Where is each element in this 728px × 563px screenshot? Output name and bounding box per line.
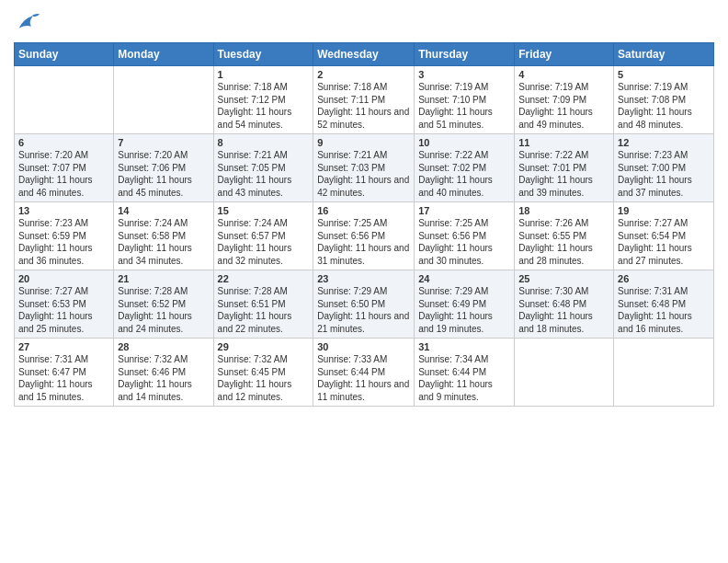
day-number: 6 (18, 137, 109, 148)
day-number: 25 (518, 273, 609, 284)
day-cell: 15Sunrise: 7:24 AM Sunset: 6:57 PM Dayli… (213, 202, 313, 270)
day-cell: 22Sunrise: 7:28 AM Sunset: 6:51 PM Dayli… (213, 270, 313, 339)
day-info: Sunrise: 7:30 AM Sunset: 6:48 PM Dayligh… (518, 285, 609, 335)
col-header-thursday: Thursday (415, 43, 515, 66)
header-row: SundayMondayTuesdayWednesdayThursdayFrid… (15, 43, 714, 66)
week-row-5: 27Sunrise: 7:31 AM Sunset: 6:47 PM Dayli… (15, 339, 714, 407)
day-info: Sunrise: 7:20 AM Sunset: 7:07 PM Dayligh… (18, 149, 109, 199)
day-cell: 17Sunrise: 7:25 AM Sunset: 6:56 PM Dayli… (415, 202, 515, 270)
day-cell: 13Sunrise: 7:23 AM Sunset: 6:59 PM Dayli… (15, 202, 114, 270)
day-number: 19 (618, 205, 710, 216)
day-cell: 19Sunrise: 7:27 AM Sunset: 6:54 PM Dayli… (614, 202, 714, 270)
day-cell: 10Sunrise: 7:22 AM Sunset: 7:02 PM Dayli… (415, 134, 515, 202)
day-number: 28 (118, 341, 209, 352)
day-number: 30 (317, 341, 410, 352)
week-row-4: 20Sunrise: 7:27 AM Sunset: 6:53 PM Dayli… (15, 270, 714, 339)
day-cell: 5Sunrise: 7:19 AM Sunset: 7:08 PM Daylig… (614, 66, 714, 134)
day-cell: 8Sunrise: 7:21 AM Sunset: 7:05 PM Daylig… (213, 134, 313, 202)
page: SundayMondayTuesdayWednesdayThursdayFrid… (0, 0, 728, 563)
day-cell (114, 66, 213, 134)
day-cell: 6Sunrise: 7:20 AM Sunset: 7:07 PM Daylig… (15, 134, 114, 202)
day-number: 15 (218, 205, 310, 216)
day-info: Sunrise: 7:34 AM Sunset: 6:44 PM Dayligh… (418, 353, 510, 403)
day-number: 20 (18, 273, 109, 284)
day-number: 14 (118, 205, 209, 216)
day-info: Sunrise: 7:32 AM Sunset: 6:45 PM Dayligh… (218, 353, 310, 403)
day-number: 27 (18, 341, 109, 352)
day-number: 31 (418, 341, 510, 352)
day-number: 26 (618, 273, 710, 284)
day-number: 21 (118, 273, 209, 284)
day-number: 12 (618, 137, 710, 148)
week-row-3: 13Sunrise: 7:23 AM Sunset: 6:59 PM Dayli… (15, 202, 714, 270)
day-cell: 3Sunrise: 7:19 AM Sunset: 7:10 PM Daylig… (415, 66, 515, 134)
day-cell: 26Sunrise: 7:31 AM Sunset: 6:48 PM Dayli… (614, 270, 714, 339)
day-info: Sunrise: 7:28 AM Sunset: 6:52 PM Dayligh… (118, 285, 209, 335)
col-header-wednesday: Wednesday (313, 43, 415, 66)
day-number: 16 (317, 205, 410, 216)
day-info: Sunrise: 7:19 AM Sunset: 7:10 PM Dayligh… (418, 81, 510, 131)
day-number: 2 (317, 69, 410, 80)
day-cell: 16Sunrise: 7:25 AM Sunset: 6:56 PM Dayli… (313, 202, 415, 270)
day-info: Sunrise: 7:22 AM Sunset: 7:02 PM Dayligh… (418, 149, 510, 199)
day-number: 17 (418, 205, 510, 216)
day-cell: 14Sunrise: 7:24 AM Sunset: 6:58 PM Dayli… (114, 202, 213, 270)
day-info: Sunrise: 7:19 AM Sunset: 7:09 PM Dayligh… (518, 81, 609, 131)
day-number: 18 (518, 205, 609, 216)
day-info: Sunrise: 7:18 AM Sunset: 7:11 PM Dayligh… (317, 81, 410, 131)
day-number: 23 (317, 273, 410, 284)
day-info: Sunrise: 7:24 AM Sunset: 6:58 PM Dayligh… (118, 217, 209, 267)
logo (14, 9, 41, 35)
day-cell: 21Sunrise: 7:28 AM Sunset: 6:52 PM Dayli… (114, 270, 213, 339)
day-info: Sunrise: 7:32 AM Sunset: 6:46 PM Dayligh… (118, 353, 209, 403)
day-cell: 2Sunrise: 7:18 AM Sunset: 7:11 PM Daylig… (313, 66, 415, 134)
col-header-saturday: Saturday (614, 43, 714, 66)
day-cell: 4Sunrise: 7:19 AM Sunset: 7:09 PM Daylig… (515, 66, 614, 134)
day-cell: 23Sunrise: 7:29 AM Sunset: 6:50 PM Dayli… (313, 270, 415, 339)
day-info: Sunrise: 7:31 AM Sunset: 6:48 PM Dayligh… (618, 285, 710, 335)
day-number: 13 (18, 205, 109, 216)
col-header-sunday: Sunday (15, 43, 114, 66)
day-cell (614, 339, 714, 407)
day-info: Sunrise: 7:29 AM Sunset: 6:50 PM Dayligh… (317, 285, 410, 335)
day-cell: 9Sunrise: 7:21 AM Sunset: 7:03 PM Daylig… (313, 134, 415, 202)
day-info: Sunrise: 7:29 AM Sunset: 6:49 PM Dayligh… (418, 285, 510, 335)
day-info: Sunrise: 7:31 AM Sunset: 6:47 PM Dayligh… (18, 353, 109, 403)
day-info: Sunrise: 7:28 AM Sunset: 6:51 PM Dayligh… (218, 285, 310, 335)
day-cell: 11Sunrise: 7:22 AM Sunset: 7:01 PM Dayli… (515, 134, 614, 202)
day-info: Sunrise: 7:25 AM Sunset: 6:56 PM Dayligh… (317, 217, 410, 267)
day-cell (515, 339, 614, 407)
day-cell: 27Sunrise: 7:31 AM Sunset: 6:47 PM Dayli… (15, 339, 114, 407)
day-cell: 20Sunrise: 7:27 AM Sunset: 6:53 PM Dayli… (15, 270, 114, 339)
day-info: Sunrise: 7:22 AM Sunset: 7:01 PM Dayligh… (518, 149, 609, 199)
day-number: 1 (218, 69, 310, 80)
day-number: 7 (118, 137, 209, 148)
day-info: Sunrise: 7:18 AM Sunset: 7:12 PM Dayligh… (218, 81, 310, 131)
day-info: Sunrise: 7:27 AM Sunset: 6:53 PM Dayligh… (18, 285, 109, 335)
day-info: Sunrise: 7:26 AM Sunset: 6:55 PM Dayligh… (518, 217, 609, 267)
day-info: Sunrise: 7:21 AM Sunset: 7:03 PM Dayligh… (317, 149, 410, 199)
col-header-monday: Monday (114, 43, 213, 66)
day-number: 8 (218, 137, 310, 148)
day-number: 10 (418, 137, 510, 148)
col-header-friday: Friday (515, 43, 614, 66)
day-cell: 31Sunrise: 7:34 AM Sunset: 6:44 PM Dayli… (415, 339, 515, 407)
day-number: 9 (317, 137, 410, 148)
day-cell: 7Sunrise: 7:20 AM Sunset: 7:06 PM Daylig… (114, 134, 213, 202)
day-info: Sunrise: 7:24 AM Sunset: 6:57 PM Dayligh… (218, 217, 310, 267)
day-info: Sunrise: 7:19 AM Sunset: 7:08 PM Dayligh… (618, 81, 710, 131)
day-info: Sunrise: 7:27 AM Sunset: 6:54 PM Dayligh… (618, 217, 710, 267)
day-info: Sunrise: 7:21 AM Sunset: 7:05 PM Dayligh… (218, 149, 310, 199)
week-row-2: 6Sunrise: 7:20 AM Sunset: 7:07 PM Daylig… (15, 134, 714, 202)
day-cell: 25Sunrise: 7:30 AM Sunset: 6:48 PM Dayli… (515, 270, 614, 339)
day-cell (15, 66, 114, 134)
day-cell: 24Sunrise: 7:29 AM Sunset: 6:49 PM Dayli… (415, 270, 515, 339)
day-cell: 30Sunrise: 7:33 AM Sunset: 6:44 PM Dayli… (313, 339, 415, 407)
day-number: 29 (218, 341, 310, 352)
calendar-table: SundayMondayTuesdayWednesdayThursdayFrid… (14, 42, 714, 407)
day-cell: 29Sunrise: 7:32 AM Sunset: 6:45 PM Dayli… (213, 339, 313, 407)
day-cell: 28Sunrise: 7:32 AM Sunset: 6:46 PM Dayli… (114, 339, 213, 407)
day-info: Sunrise: 7:25 AM Sunset: 6:56 PM Dayligh… (418, 217, 510, 267)
day-number: 24 (418, 273, 510, 284)
day-info: Sunrise: 7:20 AM Sunset: 7:06 PM Dayligh… (118, 149, 209, 199)
